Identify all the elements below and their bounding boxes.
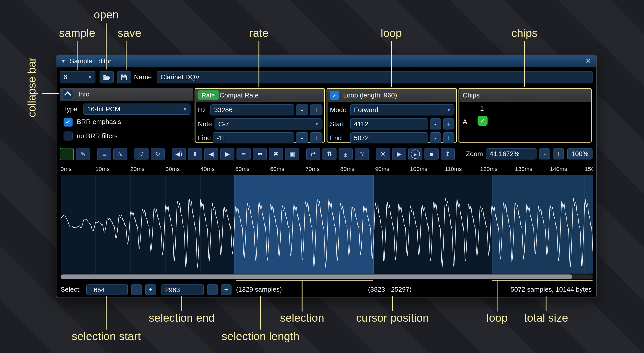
close-icon[interactable]: ✕	[585, 55, 591, 67]
zoom-input[interactable]: 41.1672%	[486, 148, 536, 159]
loop-start-label: Start	[330, 120, 344, 128]
selection-start-minus-button[interactable]: -	[131, 284, 142, 295]
save-icon	[121, 74, 127, 81]
screenshot-root: open sample save rate loop chips collaps…	[0, 0, 644, 353]
stop-icon: ■	[430, 150, 434, 158]
chevron-down-icon: ▼	[315, 119, 319, 129]
name-label: Name	[134, 71, 152, 84]
total-size-text: 5072 samples, 10144 bytes	[511, 283, 592, 296]
loop-end-input[interactable]: 5072	[350, 132, 428, 143]
hz-minus-button[interactable]: -	[296, 104, 308, 115]
rate-panel: Rate Compat Rate Hz 33286 - + Note C-7 ▼…	[195, 88, 325, 142]
window-titlebar[interactable]: ▼ Sample Editor ✕	[57, 55, 596, 67]
timeline-label: 0ms	[61, 166, 71, 172]
sign-icon: ±	[344, 150, 347, 158]
brr-emphasis-checkbox[interactable]: ✓	[64, 117, 73, 127]
rate-panel-header: Rate Compat Rate	[195, 89, 324, 102]
upload-icon: ↥	[445, 150, 450, 158]
hz-input[interactable]: 33286	[210, 104, 294, 115]
no-brr-filters-checkbox[interactable]	[64, 132, 73, 141]
selection-end-input[interactable]: 2983	[162, 284, 204, 295]
loop-start-plus-button[interactable]: +	[443, 118, 454, 130]
rate-badge[interactable]: Rate	[198, 90, 219, 100]
resize-button[interactable]: ⇔	[97, 148, 111, 160]
select-tool-icon: ⌶	[65, 150, 69, 158]
fine-plus-button[interactable]: +	[310, 132, 322, 143]
crossfade-button[interactable]: ✕	[376, 148, 390, 160]
save-button[interactable]	[117, 71, 131, 84]
loop-end-minus-button[interactable]: -	[430, 132, 441, 143]
annotation-cursor-position: cursor position	[356, 312, 429, 324]
loop-end-label: End	[330, 134, 342, 142]
signed-unsigned-button[interactable]: ±	[339, 148, 353, 160]
selection-start-plus-button[interactable]: +	[145, 284, 156, 295]
waveform-display[interactable]	[61, 175, 593, 274]
create-wavetable-button[interactable]: ↥	[441, 148, 455, 160]
scrollbar-thumb[interactable]	[61, 274, 572, 279]
chip-enable-checkbox[interactable]: ✓	[478, 116, 488, 126]
hz-plus-button[interactable]: +	[310, 104, 322, 115]
window-collapse-icon[interactable]: ▼	[61, 55, 66, 67]
play-circle-icon: ▶	[411, 149, 420, 159]
selection-start-input[interactable]: 1654	[86, 284, 128, 295]
insert-silence-icon: ≃	[241, 150, 246, 158]
loop-end-plus-button[interactable]: +	[443, 132, 454, 143]
resample-button[interactable]: ∿	[113, 148, 127, 160]
annotation-total-size: total size	[524, 312, 568, 324]
edit-mode-select-button[interactable]: ⌶	[60, 148, 74, 160]
annotation-selection-length: selection length	[222, 330, 300, 343]
preview-button[interactable]: ▶	[392, 148, 406, 160]
rate-panel-title: Compat Rate	[220, 89, 259, 102]
loop-checkbox[interactable]: ✓	[330, 91, 339, 100]
insert-silence-button[interactable]: ≃	[236, 148, 251, 160]
fine-minus-button[interactable]: -	[296, 132, 308, 143]
loop-mode-select[interactable]: Forward ▼	[350, 104, 454, 115]
selection-end-minus-button[interactable]: -	[207, 284, 218, 295]
fade-out-button[interactable]: ▶	[220, 148, 234, 160]
loop-start-input[interactable]: 4112	[350, 118, 428, 130]
timeline-label: 70ms	[305, 166, 319, 172]
no-brr-filters-label: no BRR filters	[77, 132, 118, 140]
fade-in-button[interactable]: ◀	[204, 148, 218, 160]
check-icon: ✓	[480, 117, 485, 124]
stop-preview-button[interactable]: ■	[424, 148, 439, 160]
collapse-bar-button[interactable]	[62, 90, 73, 99]
zoom-out-button[interactable]: -	[539, 148, 550, 159]
amplify-button[interactable]: ◀)	[172, 148, 186, 160]
zoom-reset-button[interactable]: 100%	[567, 148, 593, 159]
zoom-in-button[interactable]: +	[553, 148, 564, 159]
zoom-label: Zoom	[466, 147, 483, 161]
normalize-button[interactable]: ⇕	[188, 148, 202, 160]
apply-filter-button[interactable]: ≋	[355, 148, 369, 160]
reverse-button[interactable]: ⇄	[306, 148, 320, 160]
fine-input[interactable]: -11	[213, 132, 294, 143]
delete-button[interactable]: ✖	[269, 148, 283, 160]
annotation-selection-end: selection end	[149, 312, 215, 324]
note-select[interactable]: C-7 ▼	[214, 118, 323, 130]
selection-end-plus-button[interactable]: +	[221, 284, 232, 295]
apply-silence-button[interactable]: ≂	[253, 148, 267, 160]
select-label: Select:	[61, 283, 81, 296]
annotation-loop-region: loop	[487, 312, 508, 324]
play-icon: ▶	[397, 150, 401, 158]
trim-button[interactable]: ▣	[285, 148, 299, 160]
annotation-rate: rate	[249, 27, 269, 40]
waveform-scrollbar[interactable]	[61, 274, 593, 279]
selection-length-text: (1329 samples)	[236, 283, 282, 296]
filter-icon: ≋	[359, 150, 364, 158]
invert-button[interactable]: ⇅	[323, 148, 337, 160]
sample-selector[interactable]: 6 ▼	[60, 71, 95, 84]
edit-mode-draw-button[interactable]: ✎	[76, 148, 90, 160]
type-select[interactable]: 16-bit PCM ▼	[84, 104, 191, 115]
name-input[interactable]: Clarinet DQV	[157, 71, 593, 84]
note-label: Note	[198, 120, 212, 128]
undo-button[interactable]: ↺	[135, 148, 149, 160]
check-icon: ✓	[332, 92, 337, 99]
annotation-open: open	[94, 9, 119, 21]
loop-start-minus-button[interactable]: -	[430, 118, 441, 130]
open-button[interactable]	[100, 71, 114, 84]
normalize-icon: ⇕	[192, 150, 198, 158]
sample-toolbar: ⌶ ✎ ⇔ ∿ ↺ ↻ ◀) ⇕ ◀ ▶ ≃ ≂ ✖ ▣ ⇄ ⇅ ± ≋ ✕ ▶…	[60, 147, 593, 161]
redo-button[interactable]: ↻	[151, 148, 165, 160]
preview-selection-button[interactable]: ▶	[408, 148, 422, 160]
